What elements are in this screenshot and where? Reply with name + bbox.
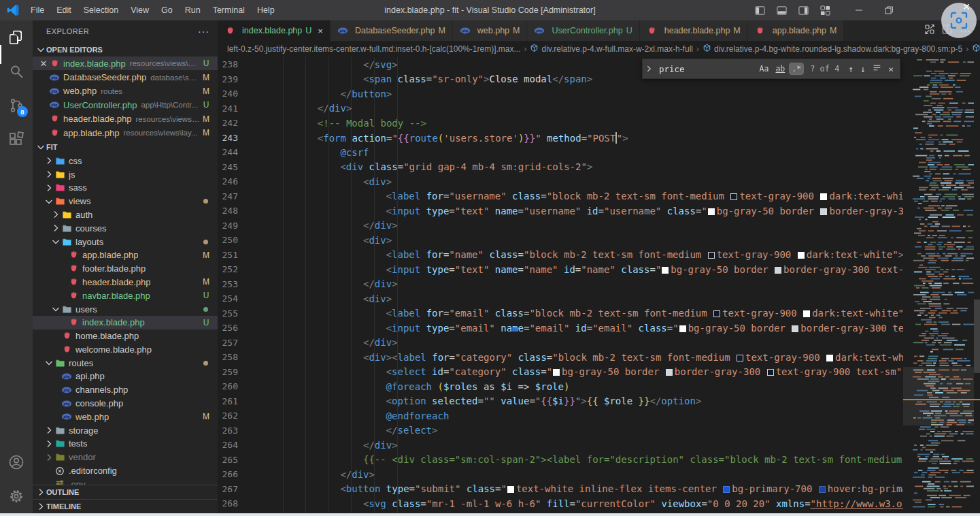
chevron-down-icon xyxy=(50,304,61,315)
git-status-badge: M xyxy=(200,114,212,124)
outline-section[interactable]: OUTLINE xyxy=(33,485,218,499)
tree-folder-views[interactable]: views xyxy=(33,195,218,208)
breadcrumb-item[interactable]: div.relative.p-4.bg-white.rounded-lg.sha… xyxy=(703,44,962,54)
open-editors-section[interactable]: OPEN EDITORS xyxy=(33,42,218,57)
source-control-icon[interactable]: 8 xyxy=(0,88,33,123)
tab-close-icon[interactable]: × xyxy=(318,26,323,36)
tree-folder-auth[interactable]: auth xyxy=(33,208,218,222)
tab-app.blade.php[interactable]: app.blade.phpM xyxy=(748,20,845,41)
tree-folder-storage[interactable]: storage xyxy=(33,423,218,437)
line-number: 239 xyxy=(218,74,249,84)
tab-header.blade.php[interactable]: header.blade.phpM xyxy=(640,20,748,41)
menu-view[interactable]: View xyxy=(124,0,155,20)
tree-file-header.blade.php[interactable]: header.blade.phpM xyxy=(33,276,218,289)
search-icon[interactable] xyxy=(0,54,33,88)
match-case-toggle[interactable]: Aa xyxy=(758,63,771,74)
tab-UserController.php[interactable]: phpUserController.phpU xyxy=(527,20,639,41)
whole-word-toggle[interactable]: ab xyxy=(773,63,787,74)
regex-toggle[interactable]: .* xyxy=(790,63,803,74)
tab-web.php[interactable]: phpweb.phpM xyxy=(453,20,528,41)
tree-file-.editorconfig[interactable]: .editorconfig xyxy=(33,464,218,478)
php-file-icon: php xyxy=(49,72,60,83)
screen-capture-overlay[interactable] xyxy=(941,3,977,38)
tree-file-home.blade.php[interactable]: home.blade.php xyxy=(33,329,218,343)
settings-gear-icon[interactable] xyxy=(0,479,33,513)
timeline-section[interactable]: TIMELINE xyxy=(33,499,218,513)
restore-button[interactable] xyxy=(879,0,898,20)
extensions-icon[interactable] xyxy=(0,123,33,157)
accounts-icon[interactable] xyxy=(0,445,33,479)
tab-index.blade.php[interactable]: index.blade.phpU× xyxy=(218,20,331,41)
editor-group: index.blade.phpU×phpDatabaseSeeder.phpMp… xyxy=(218,20,980,513)
tree-folder-sass[interactable]: sass xyxy=(33,181,218,195)
menu-go[interactable]: Go xyxy=(155,0,179,20)
menu-selection[interactable]: Selection xyxy=(78,0,124,20)
tree-item-label: vendor xyxy=(69,452,96,462)
tree-file-web.php[interactable]: phpweb.phpM xyxy=(33,410,218,423)
tailwind-color-swatch xyxy=(819,486,826,493)
toggle-sidebar-icon[interactable] xyxy=(750,0,769,20)
tree-file-.env[interactable]: .env xyxy=(33,477,218,485)
tree-folder-vendor[interactable]: vendor xyxy=(33,451,218,464)
scrollbar-thumb[interactable] xyxy=(974,300,980,373)
tree-folder-css[interactable]: css xyxy=(33,154,218,167)
code-content: <input type="text" name="name" id="name"… xyxy=(249,264,903,275)
find-previous-button[interactable]: ↑ xyxy=(847,64,856,74)
code-line: 242<!-- Modal body --> xyxy=(218,116,903,131)
find-in-selection-button[interactable] xyxy=(871,63,883,74)
open-changes-icon[interactable] xyxy=(924,24,935,37)
menu-help[interactable]: Help xyxy=(251,0,281,20)
open-editor-item[interactable]: phpweb.phproutesM xyxy=(33,84,218,98)
tree-file-api.php[interactable]: phpapi.php xyxy=(33,370,218,383)
menu-run[interactable]: Run xyxy=(179,0,207,20)
breadcrumb-item[interactable]: div.relative.p-4.w-full.max-w-2xl.max-h-… xyxy=(530,44,693,54)
code-line: 268<svg class="mr-1 -ml-1 w-6 h-6" fill=… xyxy=(218,496,903,511)
tab-DatabaseSeeder.php[interactable]: phpDatabaseSeeder.phpM xyxy=(331,20,453,41)
code-content: </div> xyxy=(249,440,398,451)
folder-icon xyxy=(54,438,65,449)
tree-file-welcome.blade.php[interactable]: welcome.blade.php xyxy=(33,343,218,357)
tree-folder-tests[interactable]: tests xyxy=(33,437,218,451)
menu-file[interactable]: File xyxy=(24,0,50,20)
tree-folder-js[interactable]: js xyxy=(33,167,218,181)
tree-file-channels.php[interactable]: phpchannels.php xyxy=(33,383,218,397)
tree-file-app.blade.php[interactable]: app.blade.phpM xyxy=(33,248,218,262)
customize-layout-icon[interactable] xyxy=(815,0,834,20)
open-editor-item[interactable]: header.blade.phpresources\views\...M xyxy=(33,112,218,126)
find-input[interactable]: price xyxy=(656,64,755,74)
tree-folder-routes[interactable]: routes xyxy=(33,356,218,370)
toggle-replace-chevron-icon[interactable] xyxy=(644,64,654,74)
open-editor-item[interactable]: phpUserController.phpapp\Http\Contr...U xyxy=(33,98,218,112)
tree-folder-users[interactable]: users xyxy=(33,302,218,316)
close-icon[interactable]: ✕ xyxy=(38,59,49,69)
tree-file-index.blade.php[interactable]: index.blade.phpU xyxy=(33,316,218,329)
menu-terminal[interactable]: Terminal xyxy=(207,0,251,20)
find-close-button[interactable]: × xyxy=(886,64,896,74)
close-button[interactable]: ✕ xyxy=(962,1,970,12)
search-match-marker xyxy=(974,399,980,400)
menu-edit[interactable]: Edit xyxy=(50,0,78,20)
chevron-down-icon xyxy=(35,44,46,55)
project-section[interactable]: FIT xyxy=(33,140,218,154)
tree-folder-layouts[interactable]: layouts xyxy=(33,235,218,248)
toggle-secondary-sidebar-icon[interactable] xyxy=(794,0,813,20)
line-number: 251 xyxy=(218,250,249,260)
find-next-button[interactable]: ↓ xyxy=(858,64,868,74)
tree-file-console.php[interactable]: phpconsole.php xyxy=(33,397,218,410)
explorer-more-actions[interactable]: ··· xyxy=(198,26,209,37)
tree-file-footer.blade.php[interactable]: footer.blade.php xyxy=(33,262,218,276)
tree-folder-courses[interactable]: courses xyxy=(33,221,218,235)
open-editor-item[interactable]: phpDatabaseSeeder.phpdatabase\see...M xyxy=(33,70,218,84)
tree-file-navbar.blade.php[interactable]: navbar.blade.phpU xyxy=(33,289,218,302)
breadcrumb-item[interactable]: left-0.z-50.justify-center.items-center.… xyxy=(227,44,520,54)
editor-scrollbar[interactable] xyxy=(974,57,980,513)
explorer-icon[interactable] xyxy=(0,20,33,54)
breadcrumb-item[interactable]: form xyxy=(972,44,980,54)
explorer-title: EXPLORER xyxy=(46,27,89,35)
toggle-panel-icon[interactable] xyxy=(772,0,791,20)
minimap[interactable] xyxy=(903,57,974,513)
open-editor-item[interactable]: ✕index.blade.phpresources\views\us...U xyxy=(33,57,218,70)
code-editor[interactable]: 238</svg>239<span class="sr-only">Close … xyxy=(218,57,980,513)
open-editor-item[interactable]: app.blade.phpresources\views\lay...M xyxy=(33,126,218,140)
minimize-button[interactable] xyxy=(849,0,868,20)
